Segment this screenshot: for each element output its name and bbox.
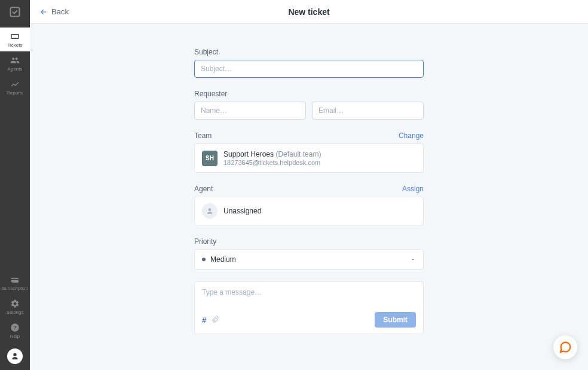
chevron-down-icon [410, 256, 416, 262]
submit-button[interactable]: Submit [375, 312, 416, 328]
requester-label: Requester [194, 90, 424, 98]
app-logo[interactable] [0, 0, 30, 24]
sidebar-item-settings[interactable]: Settings [0, 295, 30, 319]
subject-input[interactable] [194, 60, 424, 78]
sidebar-label: Tickets [7, 42, 22, 48]
ticket-form: Subject Requester Team Change [194, 48, 424, 346]
sidebar-item-tickets[interactable]: Tickets [0, 27, 30, 51]
hash-icon[interactable]: # [202, 316, 206, 325]
svg-text:?: ? [13, 325, 17, 331]
sidebar-item-reports[interactable]: Reports [0, 75, 30, 99]
sidebar-label: Subscription [2, 286, 28, 291]
requester-email-input[interactable] [312, 102, 424, 120]
header: Back New ticket [30, 0, 588, 24]
back-button[interactable]: Back [39, 7, 69, 16]
subject-label: Subject [194, 48, 424, 56]
team-email: 18273645@tickets.helpdesk.com [223, 159, 416, 166]
team-avatar: SH [202, 151, 218, 166]
team-label: Team [194, 132, 212, 140]
team-name: Support Heroes (Default team) [223, 150, 416, 158]
user-avatar[interactable] [7, 348, 23, 364]
sidebar-label: Settings [7, 310, 24, 315]
agent-assign-link[interactable]: Assign [402, 185, 424, 193]
message-input[interactable] [202, 288, 416, 312]
requester-name-input[interactable] [194, 102, 306, 120]
agent-label: Agent [194, 185, 213, 193]
sidebar-item-help[interactable]: ? Help [0, 319, 30, 343]
sidebar: Tickets Agents Reports Subscription Sett… [0, 0, 30, 370]
team-card: SH Support Heroes (Default team) 1827364… [194, 143, 424, 173]
agent-card: Unassigned [194, 197, 424, 225]
message-box: # Submit [194, 282, 424, 334]
team-change-link[interactable]: Change [399, 132, 424, 140]
svg-rect-2 [11, 279, 19, 279]
svg-point-5 [13, 353, 16, 356]
priority-value-text: Medium [210, 255, 236, 264]
svg-point-6 [209, 208, 212, 211]
sidebar-label: Agents [8, 66, 23, 72]
chat-widget-button[interactable] [553, 335, 577, 359]
sidebar-label: Help [10, 334, 20, 339]
sidebar-label: Reports [7, 90, 23, 96]
back-label: Back [51, 7, 69, 16]
agent-avatar-icon [202, 203, 218, 219]
sidebar-item-agents[interactable]: Agents [0, 51, 30, 75]
page-title: New ticket [288, 7, 329, 17]
agent-value: Unassigned [223, 207, 261, 215]
priority-label: Priority [194, 237, 424, 246]
priority-dot-icon [202, 258, 206, 261]
priority-select[interactable]: Medium [194, 249, 424, 270]
attachment-icon[interactable] [212, 315, 219, 325]
sidebar-item-subscription[interactable]: Subscription [0, 271, 30, 295]
svg-rect-1 [11, 277, 19, 282]
